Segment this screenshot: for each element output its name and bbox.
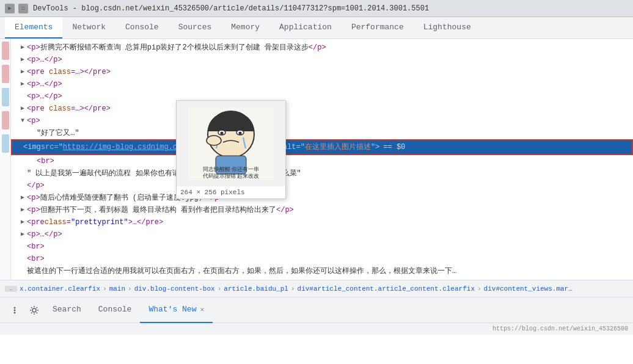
triangle-5 [21, 91, 27, 102]
code-line-7[interactable]: ▼ <p> [11, 115, 633, 127]
bottom-tab-search[interactable]: Search [44, 297, 90, 323]
code-line-3[interactable]: ▶ <pre class=…></pre> [11, 66, 633, 78]
triangle-8 [31, 128, 37, 139]
code-line-8[interactable]: "好了它又…" [11, 127, 633, 139]
svg-point-5 [239, 132, 242, 135]
accent-block-4 [2, 111, 9, 129]
tab-sources[interactable]: Sources [169, 17, 222, 38]
title-bar: ▶ ◻ DevTools - blog.csdn.net/weixin_4532… [0, 0, 633, 17]
hover-tooltip: 同志快醒醒 你还有一串 代码提示报错 起来改改 264 × 256 pixels [176, 100, 286, 199]
bottom-tab-console-label: Console [98, 305, 132, 314]
code-line-quote[interactable]: " 以上是我第一遍敲代码的流程 如果你也有请留言看看我看看不是我一个人怎么菜" [11, 167, 633, 180]
triangle-7[interactable]: ▼ [21, 115, 27, 126]
svg-text:代码提示报错 起来改改: 代码提示报错 起来改改 [202, 173, 260, 179]
camera-icon[interactable]: ◻ [18, 4, 28, 13]
breadcrumb-blog-content-box[interactable]: div.blog-content-box [134, 285, 215, 293]
triangle-3[interactable]: ▶ [21, 67, 27, 78]
code-line-br2[interactable]: <br> [11, 241, 633, 253]
breadcrumb-content-views[interactable]: div#content_views.mar… [484, 285, 573, 293]
tab-application[interactable]: Application [269, 17, 342, 38]
status-url: https://blog.csdn.net/weixin_45326500 [492, 326, 628, 332]
svg-point-12 [14, 311, 16, 313]
svg-point-4 [221, 132, 224, 135]
triangle-p3[interactable]: ▶ [21, 229, 27, 240]
code-line-closep[interactable]: </p> [11, 180, 633, 192]
svg-text:同志快醒醒 你还有一串: 同志快醒醒 你还有一串 [203, 166, 260, 172]
code-line-2[interactable]: ▶ <p>…</p> [11, 54, 633, 66]
bottom-tab-whats-new-label: What's New [148, 305, 196, 314]
whats-new-close-icon[interactable]: ✕ [200, 305, 204, 313]
triangle-2[interactable]: ▶ [21, 54, 27, 65]
left-accent [0, 39, 11, 280]
tab-elements[interactable]: Elements [5, 17, 62, 38]
code-line-4[interactable]: ▶ <p>…</p> [11, 78, 633, 90]
meme-image: 同志快醒醒 你还有一串 代码提示报错 起来改改 [188, 107, 274, 180]
bottom-tab-search-label: Search [53, 305, 81, 314]
svg-point-10 [14, 307, 16, 308]
code-line-suihou[interactable]: ▶ <p>随后心情难受随便翻了翻书 (启动量子速度.jpg）</p> [11, 192, 633, 204]
accent-block-2 [2, 65, 9, 83]
tab-network[interactable]: Network [62, 17, 115, 38]
triangle-selected [17, 142, 23, 153]
code-line-1[interactable]: ▶ <p>折腾完不断报错不断查询 总算用pip装好了2个模块以后来到了创建 骨架… [11, 42, 633, 54]
content-wrapper: ▶ <p>折腾完不断报错不断查询 总算用pip装好了2个模块以后来到了创建 骨架… [0, 39, 633, 280]
accent-block-5 [2, 134, 9, 153]
tag-p-1: <p> [27, 42, 40, 53]
code-line-br[interactable]: <br> [11, 155, 633, 167]
bottom-settings-icon[interactable] [24, 300, 44, 320]
bottom-bar: Search Console What's New ✕ [0, 297, 633, 322]
svg-point-13 [32, 308, 36, 312]
breadcrumb-article[interactable]: article.baidu_pl [224, 285, 288, 293]
triangle-1[interactable]: ▶ [21, 42, 27, 53]
accent-block-1 [2, 42, 9, 60]
bottom-tab-whats-new[interactable]: What's New ✕ [140, 297, 213, 323]
cursor-icon[interactable]: ▶ [5, 4, 15, 13]
tab-lighthouse[interactable]: Lighthouse [414, 17, 481, 38]
triangle-pre2[interactable]: ▶ [21, 217, 27, 228]
triangle-danfan[interactable]: ▶ [21, 205, 27, 216]
tooltip-dimensions: 264 × 256 pixels [177, 186, 285, 198]
tab-console[interactable]: Console [115, 17, 169, 38]
breadcrumb-article-content[interactable]: div#article_content.article_content.clea… [298, 285, 475, 293]
svg-point-6 [207, 136, 221, 145]
status-bar: https://blog.csdn.net/weixin_45326500 [0, 322, 633, 335]
tab-bar: Elements Network Console Sources Memory … [0, 17, 633, 39]
triangle-6[interactable]: ▶ [21, 103, 27, 114]
breadcrumb-container[interactable]: x.container.clearfix [20, 285, 100, 293]
tab-memory[interactable]: Memory [221, 17, 269, 38]
code-line-5[interactable]: <p>…</p> [11, 90, 633, 103]
code-line-overflow[interactable]: 被遮住的下一行通过合适的使用我就可以在页面右方，在页面右方，如果，然后，如果你还… [11, 265, 633, 277]
breadcrumb-dots[interactable]: … [5, 286, 17, 292]
accent-block-3 [2, 88, 9, 106]
tooltip-image-area: 同志快醒醒 你还有一串 代码提示报错 起来改改 [177, 101, 285, 186]
code-line-selected[interactable]: <img src="https://img-blog.csdnimg.cn/20… [11, 139, 633, 155]
code-line-6[interactable]: ▶ <pre class=…></pre> [11, 103, 633, 115]
triangle-suihou[interactable]: ▶ [21, 192, 27, 203]
breadcrumb-main[interactable]: main [109, 285, 125, 293]
bottom-menu-icon[interactable] [5, 300, 24, 320]
title-bar-text: DevTools - blog.csdn.net/weixin_45326500… [33, 4, 628, 13]
code-line-p3[interactable]: ▶ <p>…</p> [11, 228, 633, 241]
breadcrumb-bar: … x.container.clearfix › main › div.blog… [0, 280, 633, 297]
svg-point-11 [14, 309, 16, 311]
code-line-br3[interactable]: <br> [11, 253, 633, 265]
tab-performance[interactable]: Performance [342, 17, 414, 38]
code-line-danfan[interactable]: ▶ <p>但翻开书下一页，看到标题 最终目录结构 看到作者把目录结构给出来了</… [11, 204, 633, 216]
bottom-tab-console[interactable]: Console [90, 297, 141, 323]
triangle-4[interactable]: ▶ [21, 79, 27, 90]
code-line-pre2[interactable]: ▶ <pre class="prettyprint">…</pre> [11, 216, 633, 228]
code-panel: ▶ <p>折腾完不断报错不断查询 总算用pip装好了2个模块以后来到了创建 骨架… [11, 39, 633, 280]
